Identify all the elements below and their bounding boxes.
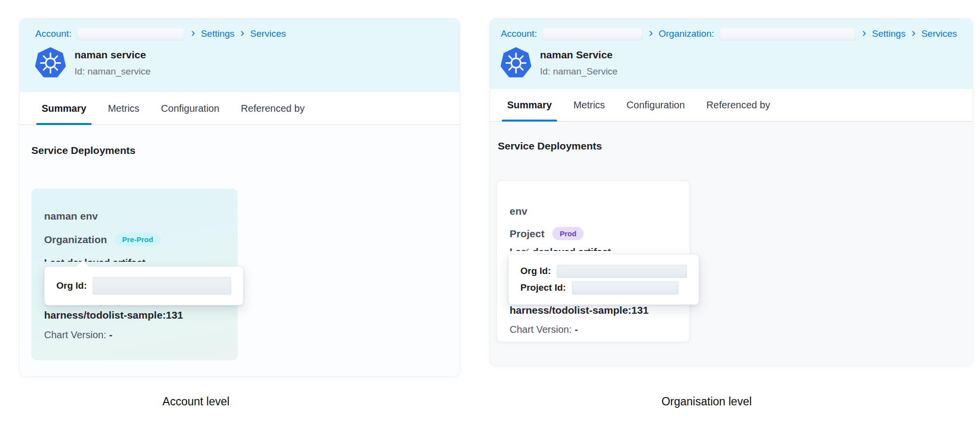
service-header: Account: › Settings › Services xyxy=(20,19,460,92)
service-header: Account: › Organization: › Settings › Se… xyxy=(490,19,973,89)
caption-account-level: Account level xyxy=(108,395,284,408)
tab-configuration[interactable]: Configuration xyxy=(160,92,221,125)
kubernetes-icon xyxy=(35,47,66,79)
breadcrumb-organization-link[interactable]: Organization: xyxy=(659,28,714,39)
environment-name: naman env xyxy=(44,210,98,222)
chevron-right-icon: › xyxy=(910,28,916,40)
artifact-name: harness/todolist-sample:131 xyxy=(44,309,183,321)
environment-name: env xyxy=(510,205,527,217)
account-level-panel: Account: › Settings › Services xyxy=(20,19,460,376)
service-name: naman Service xyxy=(540,49,617,61)
service-id: Id: naman_service xyxy=(74,66,150,77)
chart-version-label: Chart Version: xyxy=(510,324,572,335)
comparison-figure: Account: › Settings › Services xyxy=(0,0,980,424)
service-id: Id: naman_Service xyxy=(540,66,617,77)
tab-configuration[interactable]: Configuration xyxy=(625,89,686,121)
chart-version-value: - xyxy=(575,324,578,335)
summary-content: Service Deployments env Project Prod Las… xyxy=(490,122,973,365)
artifact-name: harness/todolist-sample:131 xyxy=(510,304,649,316)
scope-label: Project xyxy=(510,228,544,240)
tabbar: Summary Metrics Configuration Referenced… xyxy=(490,89,973,122)
tab-summary[interactable]: Summary xyxy=(40,92,88,125)
tab-referenced-by[interactable]: Referenced by xyxy=(705,89,772,121)
org-id-label: Org Id: xyxy=(56,280,87,291)
occluded-text: Last deployed artifact xyxy=(510,247,611,251)
scope-label: Organization xyxy=(44,234,107,246)
caption-organisation-level: Organisation level xyxy=(618,395,795,408)
organisation-level-panel: Account: › Organization: › Settings › Se… xyxy=(490,19,973,365)
section-title: Service Deployments xyxy=(498,140,602,152)
service-title-row: naman service Id: naman_service xyxy=(35,47,444,79)
chart-version: Chart Version:- xyxy=(44,329,112,341)
redacted-org-id xyxy=(557,265,687,278)
project-id-label: Project Id: xyxy=(520,282,566,293)
scope-id-tooltip: Org Id: Project Id: xyxy=(508,254,699,305)
breadcrumb: Account: › Organization: › Settings › Se… xyxy=(501,26,957,41)
env-type-badge: Prod xyxy=(552,227,584,240)
redacted-organization-name xyxy=(719,27,856,41)
breadcrumb-settings-link[interactable]: Settings xyxy=(872,28,906,39)
scope-id-tooltip: Org Id: xyxy=(44,266,244,305)
breadcrumb: Account: › Settings › Services xyxy=(35,26,444,41)
chart-version-value: - xyxy=(109,329,113,340)
chevron-right-icon: › xyxy=(861,28,867,40)
env-type-badge: Pre-Prod xyxy=(115,233,160,246)
breadcrumb-account-link[interactable]: Account: xyxy=(35,28,72,39)
breadcrumb-settings-link[interactable]: Settings xyxy=(201,28,235,39)
tab-summary[interactable]: Summary xyxy=(506,89,553,121)
service-name: naman service xyxy=(74,49,150,61)
service-title-row: naman Service Id: naman_Service xyxy=(501,47,957,79)
chevron-right-icon: › xyxy=(648,28,654,40)
chevron-right-icon: › xyxy=(190,28,196,40)
summary-content: Service Deployments naman env Organizati… xyxy=(20,125,460,376)
breadcrumb-account-link[interactable]: Account: xyxy=(501,28,537,39)
chart-version: Chart Version:- xyxy=(510,324,578,335)
kubernetes-icon xyxy=(501,47,531,79)
breadcrumb-services-link[interactable]: Services xyxy=(250,28,286,39)
chevron-right-icon: › xyxy=(240,28,245,40)
chart-version-label: Chart Version: xyxy=(44,329,106,340)
tab-referenced-by[interactable]: Referenced by xyxy=(240,92,306,125)
redacted-org-id xyxy=(93,277,231,295)
redacted-account-name xyxy=(542,27,643,41)
org-id-label: Org Id: xyxy=(520,266,551,276)
occluded-text: Last deployed artifact xyxy=(44,257,146,262)
breadcrumb-services-link[interactable]: Services xyxy=(921,28,957,39)
tabbar: Summary Metrics Configuration Referenced… xyxy=(20,92,460,125)
redacted-project-id xyxy=(572,281,679,295)
tab-metrics[interactable]: Metrics xyxy=(572,89,606,121)
redacted-account-name xyxy=(76,27,185,41)
section-title: Service Deployments xyxy=(31,145,135,156)
tab-metrics[interactable]: Metrics xyxy=(106,92,141,125)
